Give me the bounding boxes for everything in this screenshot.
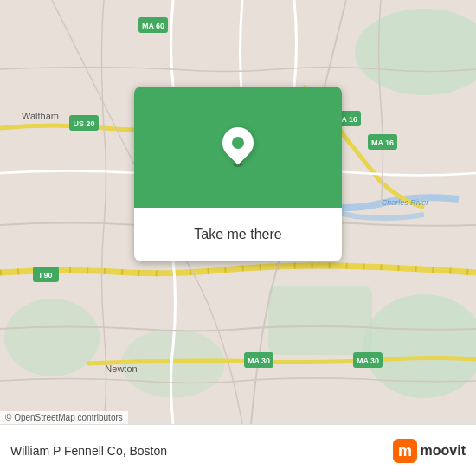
take-me-there-button[interactable]: Take me there [148, 218, 328, 251]
svg-text:MA 60: MA 60 [142, 22, 164, 30]
svg-point-3 [4, 299, 100, 376]
moovit-logo: m moovit [393, 439, 466, 463]
moovit-text: moovit [421, 443, 466, 459]
svg-text:m: m [398, 442, 412, 460]
svg-text:MA 16: MA 16 [371, 138, 394, 147]
svg-text:Newton: Newton [105, 363, 137, 374]
svg-text:Waltham: Waltham [22, 111, 59, 121]
map-container: MA 60 US 20 MA 16 MA 16 MA 16 I 90 MA 30… [0, 0, 476, 424]
pin-dot [232, 137, 244, 149]
moovit-icon: m [393, 439, 417, 463]
place-name: William P Fennell Co, Boston [10, 444, 384, 458]
place-card: Take me there [134, 87, 342, 261]
svg-rect-4 [268, 286, 372, 355]
svg-text:I 90: I 90 [39, 271, 52, 280]
svg-text:MA 30: MA 30 [248, 357, 270, 365]
svg-text:US 20: US 20 [73, 119, 94, 128]
card-map-preview [134, 87, 342, 208]
pin-head [216, 121, 261, 165]
bottom-bar: William P Fennell Co, Boston m moovit [0, 424, 476, 476]
location-pin [222, 127, 254, 167]
svg-text:Charles River: Charles River [382, 198, 430, 207]
svg-text:MA 30: MA 30 [357, 357, 379, 365]
map-attribution: © OpenStreetMap contributors [0, 411, 128, 424]
